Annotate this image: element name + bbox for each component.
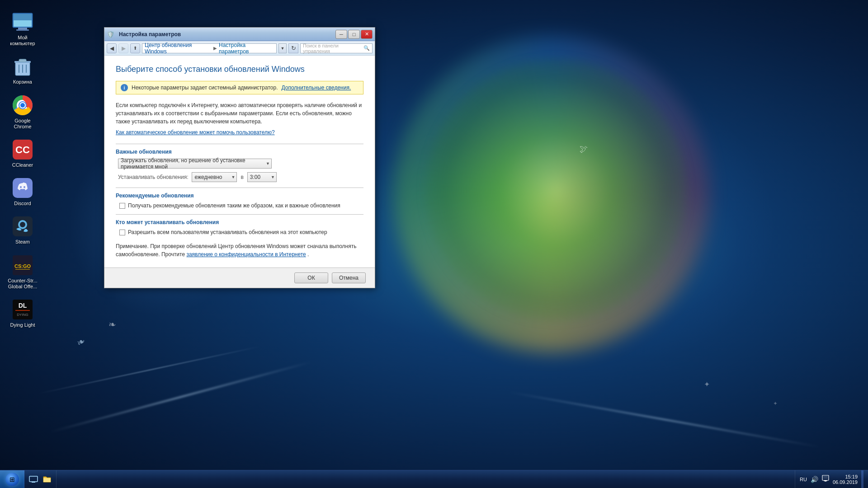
maximize-button[interactable]: □ (348, 30, 360, 39)
at-label: в (241, 174, 243, 180)
help-link[interactable]: Как автоматическое обновление может помо… (116, 129, 363, 136)
allow-users-checkbox[interactable] (119, 230, 125, 235)
frequency-value: ежедневно (194, 174, 222, 180)
page-title: Выберите способ установки обновлений Win… (116, 65, 363, 74)
allow-users-checkbox-row: Разрешить всем пользователям устанавлива… (116, 229, 363, 235)
svg-rect-33 (822, 475, 829, 480)
discord-icon (12, 177, 33, 199)
time-arrow: ▼ (271, 175, 275, 179)
start-button[interactable]: ⊞ (0, 470, 24, 488)
deco-plant-1: ❧ (75, 335, 88, 349)
up-button[interactable]: ⬆ (130, 43, 140, 53)
desktop-icon-csgo[interactable]: CS:GO Counter-Str... Global Offe... (5, 252, 41, 292)
minimize-button[interactable]: ─ (335, 30, 347, 39)
recommended-checkbox-label: Получать рекомендуемые обновления таким … (128, 202, 340, 209)
important-updates-title: Важные обновления (116, 149, 363, 155)
ccleaner-label: CCleaner (12, 162, 33, 168)
svg-text:CS:GO: CS:GO (14, 263, 31, 269)
window-footer: ОК Отмена (104, 267, 375, 288)
my-computer-icon (12, 11, 33, 33)
info-banner-link[interactable]: Дополнительные сведения. (281, 84, 351, 91)
search-icon[interactable]: 🔍 (363, 45, 370, 51)
deco-bird-3: 🕊 (580, 145, 588, 154)
show-desktop-button[interactable] (861, 470, 863, 488)
svg-rect-3 (18, 28, 27, 29)
note-link[interactable]: заявление о конфиденциальности в Интерне… (186, 251, 306, 258)
close-button[interactable]: ✕ (361, 30, 373, 39)
csgo-icon: CS:GO (12, 254, 33, 276)
recommended-updates-title: Рекомендуемые обновления (116, 192, 363, 199)
system-tray: RU 🔊 15:19 06.09.2019 (795, 470, 868, 488)
taskbar: ⊞ RU 🔊 (0, 470, 868, 488)
light-streak-1 (50, 361, 312, 432)
discord-label: Discord (14, 201, 31, 206)
windows-logo-icon: ⊞ (9, 476, 15, 483)
svg-point-23 (20, 222, 25, 227)
install-label: Устанавливать обновления: (118, 174, 188, 180)
dying-light-icon: DL DYING (12, 299, 33, 320)
svg-text:DYING: DYING (17, 313, 28, 317)
windows-update-window: 🛡️ Настройка параметров ─ □ ✕ ◀ ▶ ⬆ Цент… (104, 27, 375, 288)
svg-rect-35 (825, 481, 826, 482)
desktop-icon-recycle-bin[interactable]: Корзина (5, 53, 41, 87)
svg-rect-32 (32, 482, 35, 483)
taskbar-show-desktop[interactable] (27, 473, 40, 486)
allow-users-checkbox-label: Разрешить всем пользователям устанавлива… (128, 229, 327, 235)
update-mode-row: Загружать обновления, но решение об уста… (116, 159, 363, 169)
recycle-bin-label: Корзина (13, 79, 32, 85)
divider-important (116, 144, 363, 144)
network-icon[interactable] (822, 475, 829, 483)
description-text: Если компьютер подключён к Интернету, мо… (116, 101, 363, 126)
svg-rect-29 (15, 310, 30, 311)
quick-launch-bar (24, 470, 57, 488)
desktop-icon-chrome[interactable]: Google Chrome (5, 92, 41, 132)
steam-label: Steam (15, 239, 30, 245)
deco-bird-2: ✦ (704, 380, 710, 389)
svg-rect-26 (15, 269, 30, 270)
desktop-icon-ccleaner[interactable]: CC CCleaner (5, 136, 41, 170)
clock: 15:19 06.09.2019 (833, 474, 858, 485)
svg-text:CC: CC (15, 144, 30, 155)
update-mode-value: Загружать обновления, но решение об уста… (121, 157, 262, 170)
recommended-checkbox[interactable] (119, 203, 125, 209)
update-mode-arrow: ▼ (266, 161, 270, 166)
desktop-icon-discord[interactable]: Discord (5, 175, 41, 209)
desktop: ❧ ✦ ✦ 🕊 ❧ Мой компьютер (0, 0, 868, 488)
update-mode-dropdown[interactable]: Загружать обновления, но решение об уста… (118, 159, 272, 169)
svg-rect-4 (16, 29, 29, 31)
language-indicator: RU (800, 477, 807, 482)
svg-point-19 (20, 186, 22, 188)
window-content: Выберите способ установки обновлений Win… (104, 56, 375, 267)
nav-path-current: Настройка параметров (219, 42, 274, 55)
svg-text:DL: DL (19, 302, 27, 309)
frequency-dropdown[interactable]: ежедневно ▼ (192, 172, 237, 182)
nav-refresh-button[interactable]: ↻ (288, 43, 298, 53)
desktop-icon-my-computer[interactable]: Мой компьютер (5, 9, 41, 49)
volume-icon[interactable]: 🔊 (811, 476, 818, 483)
forward-button[interactable]: ▶ (118, 43, 128, 53)
my-computer-label: Мой компьютер (7, 35, 38, 47)
svg-point-15 (20, 103, 25, 108)
cancel-button[interactable]: Отмена (332, 272, 366, 283)
nav-path-root[interactable]: Центр обновления Windows (145, 42, 212, 55)
install-schedule-row: Устанавливать обновления: ежедневно ▼ в … (116, 172, 363, 182)
back-button[interactable]: ◀ (107, 43, 117, 53)
divider-recommended (116, 188, 363, 188)
chrome-label: Google Chrome (7, 118, 38, 130)
time-dropdown[interactable]: 3:00 ▼ (247, 172, 277, 182)
taskbar-windows-explorer[interactable] (40, 473, 54, 486)
csgo-label: Counter-Str... Global Offe... (7, 278, 38, 290)
window-controls: ─ □ ✕ (335, 30, 373, 39)
desktop-icon-steam[interactable]: Steam (5, 213, 41, 247)
svg-rect-31 (29, 476, 38, 482)
ccleaner-icon: CC (12, 139, 33, 160)
steam-icon (12, 216, 33, 237)
ok-button[interactable]: ОК (294, 272, 328, 283)
desktop-icon-dying-light[interactable]: DL DYING Dying Light (5, 296, 41, 330)
nav-search-box[interactable]: Поиск в панели управления 🔍 (300, 43, 373, 53)
frequency-arrow: ▼ (231, 175, 236, 179)
window-title: Настройка параметров (117, 31, 335, 38)
deco-bird-1: ❧ (108, 319, 116, 330)
svg-point-20 (24, 186, 25, 188)
nav-path-dropdown[interactable]: ▼ (278, 43, 287, 53)
